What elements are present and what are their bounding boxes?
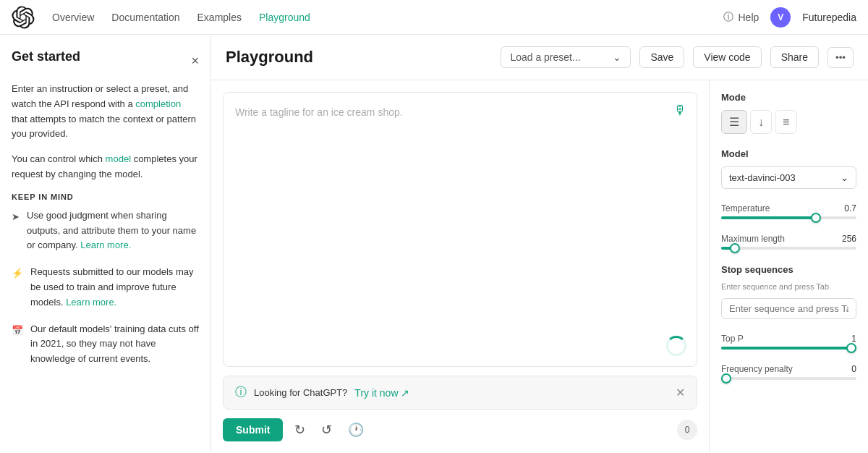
max-length-section: Maximum length 256 (721, 234, 856, 250)
stop-sequences-section: Stop sequences Enter sequence and press … (721, 264, 856, 319)
learn-more-link-1[interactable]: Learn more. (80, 240, 131, 250)
redo-button[interactable]: ↺ (317, 419, 336, 441)
playground-body: 🎙 ⓘ Looking for ChatGPT? Try it now ↗ ✕ … (211, 80, 868, 453)
top-p-row: Top P 1 (721, 334, 856, 344)
help-icon: ⓘ (723, 11, 733, 24)
prompt-textarea[interactable] (235, 104, 685, 326)
mode-buttons: ☰ ↓ ≡ (721, 110, 856, 134)
playground-title: Playground (226, 48, 492, 67)
top-p-fill (721, 347, 856, 350)
info-icon: ⓘ (235, 385, 247, 400)
frequency-penalty-label: Frequency penalty (721, 364, 793, 374)
nav-overview[interactable]: Overview (52, 12, 94, 23)
editor-section: 🎙 ⓘ Looking for ChatGPT? Try it now ↗ ✕ … (211, 80, 709, 453)
editor-footer: Submit ↻ ↺ 🕐 0 (223, 418, 697, 441)
history-button[interactable]: 🕐 (344, 419, 368, 441)
temperature-thumb[interactable] (811, 213, 821, 223)
microphone-icon[interactable]: 🎙 (673, 103, 686, 118)
temperature-row: Temperature 0.7 (721, 203, 856, 213)
chatgpt-text: Looking for ChatGPT? (254, 387, 347, 398)
sidebar-item-1: ➤ Use good judgment when sharing outputs… (12, 208, 199, 253)
mode-label: Mode (721, 92, 856, 103)
top-p-slider[interactable] (721, 347, 856, 350)
user-name[interactable]: Futurepedia (802, 12, 856, 23)
model-select[interactable]: text-davinci-003 ⌄ (721, 166, 856, 189)
sidebar: Get started × Enter an instruction or se… (0, 35, 211, 453)
try-now-label: Try it now (354, 387, 398, 399)
max-length-row: Maximum length 256 (721, 234, 856, 244)
more-button[interactable]: ••• (827, 47, 854, 68)
right-panel: Mode ☰ ↓ ≡ Model text-davinci-003 ⌄ (709, 80, 868, 453)
sidebar-model-text: You can control which model completes yo… (12, 152, 199, 182)
sidebar-item-2-text: Requests submitted to our models may be … (30, 265, 199, 310)
submit-button[interactable]: Submit (223, 418, 283, 441)
max-length-thumb[interactable] (730, 243, 740, 253)
keep-in-mind-title: KEEP IN MIND (12, 192, 199, 201)
playground-header: Playground Load a preset... ⌄ Save View … (211, 35, 868, 80)
max-length-slider[interactable] (721, 247, 856, 250)
nav-right: ⓘ Help V Futurepedia (723, 7, 856, 27)
share-button[interactable]: Share (770, 46, 819, 68)
save-button[interactable]: Save (639, 46, 684, 68)
try-chatgpt-link[interactable]: Try it now ↗ (354, 387, 409, 399)
top-p-value: 1 (851, 334, 856, 344)
chatgpt-banner: ⓘ Looking for ChatGPT? Try it now ↗ ✕ (223, 376, 697, 410)
max-length-label: Maximum length (721, 234, 785, 244)
top-p-thumb[interactable] (846, 343, 856, 353)
sidebar-title: Get started (12, 49, 80, 64)
intro-text-2: that attempts to match the context or pa… (12, 114, 196, 140)
stop-sequences-hint: Enter sequence and press Tab (721, 282, 856, 291)
sidebar-item-3-text: Our default models' training data cuts o… (30, 322, 199, 367)
model-link[interactable]: model (106, 153, 131, 164)
max-length-value: 256 (842, 234, 856, 244)
nav-links: Overview Documentation Examples Playgrou… (52, 12, 706, 23)
top-p-label: Top P (721, 334, 744, 344)
stop-sequences-input[interactable] (721, 298, 856, 319)
main-layout: Get started × Enter an instruction or se… (0, 35, 868, 453)
frequency-penalty-section: Frequency penalty 0 (721, 364, 856, 380)
sidebar-item-3: 📅 Our default models' training data cuts… (12, 322, 199, 367)
preset-dropdown[interactable]: Load a preset... ⌄ (501, 46, 631, 68)
sidebar-item-2: ⚡ Requests submitted to our models may b… (12, 265, 199, 310)
chatgpt-banner-close[interactable]: ✕ (676, 386, 685, 399)
nav-documentation[interactable]: Documentation (111, 12, 179, 23)
frequency-penalty-value: 0 (851, 364, 856, 374)
mode-complete-button[interactable]: ☰ (721, 110, 747, 134)
model-chevron-icon: ⌄ (841, 172, 848, 183)
external-link-icon: ↗ (401, 387, 409, 399)
user-avatar[interactable]: V (770, 7, 791, 27)
chart-icon: ⚡ (12, 266, 23, 281)
sidebar-intro: Enter an instruction or select a preset,… (12, 82, 199, 142)
learn-more-link-2[interactable]: Learn more. (66, 297, 116, 308)
model-label: Model (721, 148, 856, 159)
help-button[interactable]: ⓘ Help (723, 11, 759, 24)
view-code-button[interactable]: View code (693, 46, 761, 68)
temperature-label: Temperature (721, 203, 770, 213)
mode-edit-button[interactable]: ≡ (775, 110, 797, 134)
frequency-penalty-thumb[interactable] (721, 373, 731, 384)
sidebar-close-button[interactable]: × (191, 54, 199, 69)
token-count: 0 (677, 420, 697, 440)
help-label: Help (738, 12, 759, 23)
frequency-penalty-slider[interactable] (721, 377, 856, 380)
navbar: Overview Documentation Examples Playgrou… (0, 0, 868, 35)
top-p-section: Top P 1 (721, 334, 856, 350)
model-text-3: You can control which (12, 153, 106, 164)
undo-button[interactable]: ↻ (290, 419, 310, 441)
sidebar-header: Get started × (12, 49, 199, 73)
mode-insert-button[interactable]: ↓ (750, 110, 772, 134)
mode-section: Mode ☰ ↓ ≡ (721, 92, 856, 134)
chevron-down-icon: ⌄ (613, 51, 621, 63)
send-icon: ➤ (12, 210, 20, 225)
nav-playground[interactable]: Playground (259, 12, 310, 23)
temperature-fill (721, 216, 816, 219)
stop-sequences-label: Stop sequences (721, 264, 856, 275)
logo[interactable] (12, 6, 35, 29)
temperature-slider[interactable] (721, 216, 856, 219)
temperature-section: Temperature 0.7 (721, 203, 856, 219)
frequency-penalty-row: Frequency penalty 0 (721, 364, 856, 374)
playground-area: Playground Load a preset... ⌄ Save View … (211, 35, 868, 453)
nav-examples[interactable]: Examples (197, 12, 242, 23)
completion-link[interactable]: completion (135, 98, 181, 109)
model-section: Model text-davinci-003 ⌄ (721, 148, 856, 189)
